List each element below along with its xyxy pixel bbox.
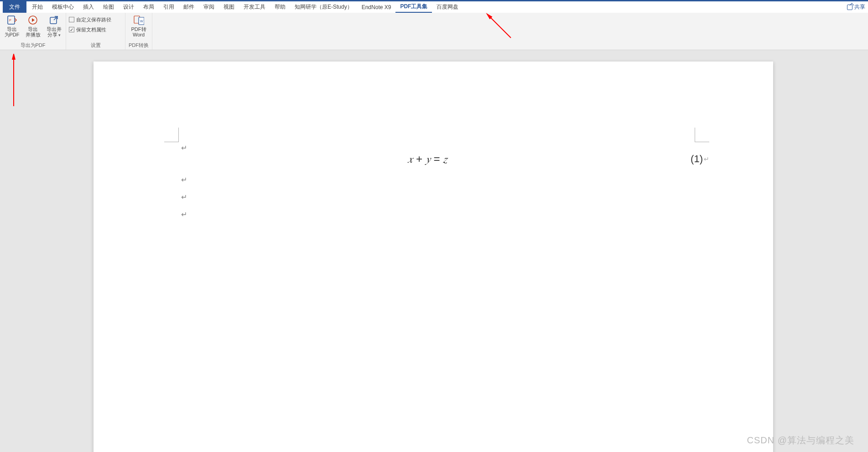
svg-text:P: P: [9, 19, 11, 22]
menu-bar: 文件 开始 模板中心 插入 绘图 设计 布局 引用 邮件 审阅 视图 开发工具 …: [0, 0, 868, 13]
paragraph-mark: ↵: [181, 193, 187, 201]
ribbon-group-convert: W PDF转Word PDF转换: [125, 13, 152, 50]
paragraph-mark: ↵: [181, 144, 187, 152]
export-play-button[interactable]: 导出并播放: [24, 15, 42, 37]
pdf-to-word-line2: Word: [133, 32, 145, 37]
svg-text:W: W: [140, 20, 143, 23]
ribbon-group-export: P 导出为PDF 导出并播放 导出并分享 导出为PDF: [0, 13, 66, 50]
paragraph-mark: ↵: [181, 175, 187, 184]
group-export-label: 导出为PDF: [3, 41, 63, 49]
tab-references[interactable]: 引用: [159, 1, 179, 13]
pdf-export-icon: P: [6, 15, 17, 26]
play-icon: [27, 15, 38, 26]
tab-view[interactable]: 视图: [219, 1, 239, 13]
paragraph-mark: ↵: [704, 155, 709, 163]
export-pdf-button[interactable]: P 导出为PDF: [3, 15, 21, 37]
tab-help[interactable]: 帮助: [270, 1, 290, 13]
tab-mailings[interactable]: 邮件: [179, 1, 199, 13]
tab-cnki-estudy[interactable]: 知网研学（原E-Study）: [290, 1, 357, 13]
document-page[interactable]: ↵ 𝑥 + 𝑦 = 𝑧 (1) ↵ ↵ ↵ ↵: [94, 62, 773, 452]
export-pdf-line2: 为PDF: [5, 32, 20, 37]
export-play-line2: 并播放: [26, 32, 41, 37]
checkbox-custom-path-label: 自定义保存路径: [76, 16, 111, 23]
tab-file[interactable]: 文件: [3, 1, 26, 13]
share-label: 共享: [854, 3, 865, 11]
tab-home[interactable]: 开始: [27, 1, 47, 13]
tab-insert[interactable]: 插入: [78, 1, 99, 13]
equation-text: 𝑥 + 𝑦 = 𝑧: [164, 153, 691, 165]
checkbox-keep-props-label: 保留文档属性: [76, 26, 106, 33]
tab-pdf-toolset[interactable]: PDF工具集: [395, 1, 432, 13]
margin-corner-tr: [695, 128, 709, 142]
ribbon-group-settings: 自定义保存路径 保留文档属性 设置: [66, 13, 125, 50]
tab-developer[interactable]: 开发工具: [239, 1, 270, 13]
tab-endnote[interactable]: EndNote X9: [357, 1, 396, 13]
export-share-line2: 分享: [47, 32, 57, 37]
pdf-to-word-icon: W: [133, 15, 144, 26]
tab-baidu-netdisk[interactable]: 百度网盘: [432, 1, 463, 13]
export-share-button[interactable]: 导出并分享: [45, 15, 63, 38]
ribbon: P 导出为PDF 导出并播放 导出并分享 导出为PDF 自: [0, 13, 868, 50]
checkbox-checked-icon: [69, 27, 74, 32]
export-pdf-line1: 导出: [7, 26, 17, 32]
pdf-to-word-button[interactable]: W PDF转Word: [128, 15, 149, 37]
tab-template-center[interactable]: 模板中心: [47, 1, 78, 13]
equation-row[interactable]: 𝑥 + 𝑦 = 𝑧 (1) ↵: [164, 153, 709, 165]
checkbox-custom-path[interactable]: 自定义保存路径: [69, 15, 111, 24]
group-settings-label: 设置: [69, 41, 122, 49]
watermark: CSDN @算法与编程之美: [747, 434, 854, 447]
checkbox-keep-props[interactable]: 保留文档属性: [69, 26, 106, 34]
tab-design[interactable]: 设计: [119, 1, 139, 13]
export-play-line1: 导出: [28, 26, 38, 32]
tab-review[interactable]: 审阅: [199, 1, 219, 13]
share-button[interactable]: 共享: [847, 3, 865, 11]
checkbox-icon: [69, 17, 74, 22]
group-convert-label: PDF转换: [128, 41, 149, 49]
equation-number: (1): [691, 153, 703, 165]
tab-draw[interactable]: 绘图: [99, 1, 119, 13]
paragraph-mark: ↵: [181, 210, 187, 219]
pdf-to-word-line1: PDF转: [131, 26, 146, 32]
export-share-line1: 导出并: [47, 26, 62, 32]
margin-corner-tl: [164, 128, 179, 142]
document-canvas[interactable]: ↵ 𝑥 + 𝑦 = 𝑧 (1) ↵ ↵ ↵ ↵: [0, 51, 868, 452]
menu-tabs: 文件 开始 模板中心 插入 绘图 设计 布局 引用 邮件 审阅 视图 开发工具 …: [3, 1, 463, 13]
share-icon: [847, 5, 852, 10]
share-out-icon: [48, 15, 59, 26]
tab-layout[interactable]: 布局: [139, 1, 159, 13]
